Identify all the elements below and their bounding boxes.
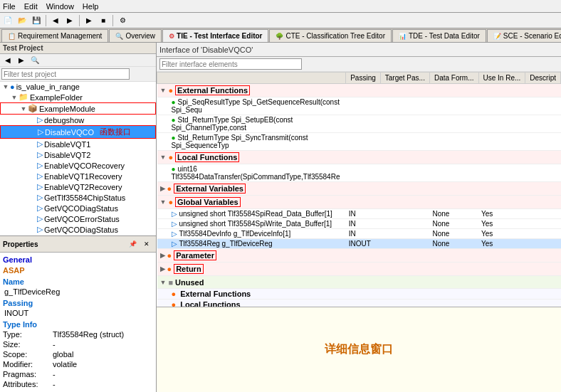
tree-item-getvqcoerrStatus[interactable]: ▷ GetVQCOErrorStatus [0, 213, 156, 224]
unused-label: Unused [175, 278, 204, 287]
toolbar-save[interactable]: 💾 [30, 14, 43, 27]
props-scope-row: Scope: global [3, 350, 153, 359]
tab-tie[interactable]: ⚙TIE - Test Interface Editor [162, 29, 268, 42]
left-toolbar-filter[interactable]: 🔍 [28, 54, 41, 67]
filter-input[interactable] [1, 68, 130, 80]
menu-help[interactable]: Help [83, 2, 99, 11]
item-icon: ▷ [37, 171, 43, 181]
interface-header: Interface of 'DisableVQCO' [157, 43, 561, 57]
table-row[interactable]: ●Spi_SeqResultType Spi_GetSequenceResult… [157, 97, 561, 115]
tree-label: ExampleModule [39, 105, 95, 113]
module-icon: 📦 [28, 104, 38, 113]
section-global-variables[interactable]: ▼ ● Global Variables [157, 196, 561, 209]
tab-cte[interactable]: 🌳CTE - Classification Tree Editor [269, 29, 392, 42]
section-title: ▼ ● External Functions [160, 85, 251, 95]
main-toolbar: 📄 📂 💾 ◀ ▶ ▶ ■ ⚙ [0, 13, 561, 28]
section-external-functions[interactable]: ▼ ● External Functions [157, 84, 561, 97]
tab-tde[interactable]: 📊TDE - Test Data Editor [392, 29, 486, 42]
project-tree: ▼ ● is_value_in_range ▼ 📁 ExampleFolder … [0, 82, 156, 235]
toolbar-open[interactable]: 📂 [16, 14, 28, 27]
table-row[interactable]: ●uint16 Tlf35584DataTransfer(SpiCommandT… [157, 164, 561, 182]
properties-title: Properties [3, 240, 38, 248]
props-name-label: Name [3, 277, 153, 286]
table-row[interactable]: ▷unsigned short Tlf35584SpiWrite_Data_Bu… [157, 219, 561, 229]
col-descript: Descript [525, 73, 561, 84]
left-panel-header: Test Project [0, 43, 156, 54]
toolbar-fwd[interactable]: ▶ [63, 14, 76, 27]
item-passing: IN [346, 229, 381, 239]
props-attrs-row: Attributes: - [3, 380, 153, 388]
expand-arrow: ▼ [160, 279, 167, 286]
tree-item-root[interactable]: ▼ ● is_value_in_range [0, 82, 156, 92]
toolbar-new[interactable]: 📄 [1, 14, 14, 27]
table-row[interactable]: ●Std_ReturnType Spi_SyncTransmit(const S… [157, 133, 561, 151]
tab-req-mgmt[interactable]: 📋Requirement Management [1, 29, 108, 42]
left-toolbar-expand[interactable]: ▶ [15, 54, 28, 67]
section-local-functions[interactable]: ▼ ● Local Functions [157, 151, 561, 164]
section-title: ▶ ● Return [160, 264, 204, 274]
toolbar-settings[interactable]: ⚙ [116, 14, 129, 27]
section-unused[interactable]: ▼ ■ Unused [157, 276, 561, 289]
menu-edit[interactable]: Edit [24, 2, 38, 11]
tab-sce[interactable]: 📝SCE - Scenario Editor [487, 29, 561, 42]
item-icon: ▷ [38, 127, 43, 137]
tree-item-getvqcodiagstatus2[interactable]: ▷ GetVQCODiagStatus [0, 224, 156, 235]
tree-item-getvqcodiagstatus[interactable]: ▷ GetVQCODiagStatus [0, 203, 156, 213]
toolbar-back[interactable]: ◀ [49, 14, 62, 27]
interface-filter-input[interactable] [159, 58, 302, 70]
left-panel: Test Project ◀ ▶ 🔍 ▼ ● is_value_in_range… [0, 43, 157, 392]
tree-label: debugshow [44, 116, 84, 125]
toolbar-run[interactable]: ▶ [83, 14, 95, 27]
tree-item-examplefolder[interactable]: ▼ 📁 ExampleFolder [0, 92, 156, 102]
props-attrs-key: Attributes: [3, 380, 53, 388]
tree-item-disablevqco[interactable]: ▷ DisableVQCO 函数接口 [0, 125, 156, 139]
tree-item-gettlf35584chipstatus[interactable]: ▷ GetTlf35584ChipStatus [0, 192, 156, 203]
tab-bar: 📋Requirement Management 🔍Overview ⚙TIE -… [0, 28, 561, 43]
props-section-asap: ASAP [3, 266, 153, 275]
tree-item-disablevqt1[interactable]: ▷ DisableVQT1 [0, 139, 156, 149]
tree-item-debugshow[interactable]: ▷ debugshow [0, 115, 156, 125]
item-icon: ▷ [37, 225, 43, 234]
section-external-variables[interactable]: ▶ ● External Variables [157, 182, 561, 196]
props-close[interactable]: ✕ [140, 238, 153, 250]
item-icon: ▷ [37, 182, 43, 191]
table-row[interactable]: ● External Functions [157, 289, 561, 300]
tree-label: GetVQCODiagStatus [44, 226, 118, 234]
tree-item-disablevqt2[interactable]: ▷ DisableVQT2 [0, 149, 156, 160]
tree-item-enablevqt2recovery[interactable]: ▷ EnableVQT2Recovery [0, 181, 156, 192]
interface-table: Passing Target Pas... Data Form... Use I… [157, 72, 561, 307]
item-passing: IN [346, 219, 381, 229]
item-name: ●uint16 Tlf35584DataTransfer(SpiCommandT… [157, 164, 346, 182]
tree-item-examplemodule[interactable]: ▼ 📦 ExampleModule [0, 102, 156, 115]
toolbar-stop[interactable]: ■ [97, 14, 110, 27]
section-parameter[interactable]: ▶ ● Parameter [157, 249, 561, 263]
table-row[interactable]: ●Std_ReturnType Spi_SetupEB(const Spi_Ch… [157, 115, 561, 133]
table-row[interactable]: ▷Tlf35584DevInfo g_TlfDeviceInfo[1] IN N… [157, 229, 561, 239]
col-usein: Use In Re... [478, 73, 525, 84]
menu-file[interactable]: File [3, 2, 16, 11]
props-scope-val: global [53, 350, 73, 359]
item-usein: Yes [478, 209, 525, 219]
detail-info-area: 详细信息窗口 [157, 307, 561, 392]
item-passing: INOUT [346, 239, 381, 249]
table-row[interactable]: ● Local Functions [157, 300, 561, 307]
tree-item-enablevqt1recovery[interactable]: ▷ EnableVQT1Recovery [0, 171, 156, 181]
table-row[interactable]: ▷Tlf35584Reg g_TlfDeviceReg INOUT None Y… [157, 239, 561, 249]
table-row[interactable]: ▷unsigned short Tlf35584SpiRead_Data_Buf… [157, 209, 561, 219]
global-variables-label: Global Variables [175, 197, 241, 207]
left-toolbar-collapse[interactable]: ◀ [1, 54, 14, 67]
detail-label: 详细信息窗口 [325, 342, 393, 357]
tree-label: is_value_in_range [16, 83, 80, 91]
menu-window[interactable]: Window [46, 2, 74, 11]
section-title: ▶ ● Parameter [160, 250, 216, 260]
interface-area: Passing Target Pas... Data Form... Use I… [157, 72, 561, 307]
tree-item-enablevqcorecovery[interactable]: ▷ EnableVQCORecovery [0, 160, 156, 171]
props-pin[interactable]: 📌 [126, 238, 139, 250]
item-usein: Yes [478, 219, 525, 229]
item-dataform: None [429, 219, 478, 229]
tab-overview[interactable]: 🔍Overview [109, 29, 162, 42]
item-icon: ▷ [37, 193, 43, 202]
item-icon: ▷ [37, 203, 43, 213]
col-name [157, 73, 346, 84]
section-return[interactable]: ▶ ● Return [157, 263, 561, 276]
